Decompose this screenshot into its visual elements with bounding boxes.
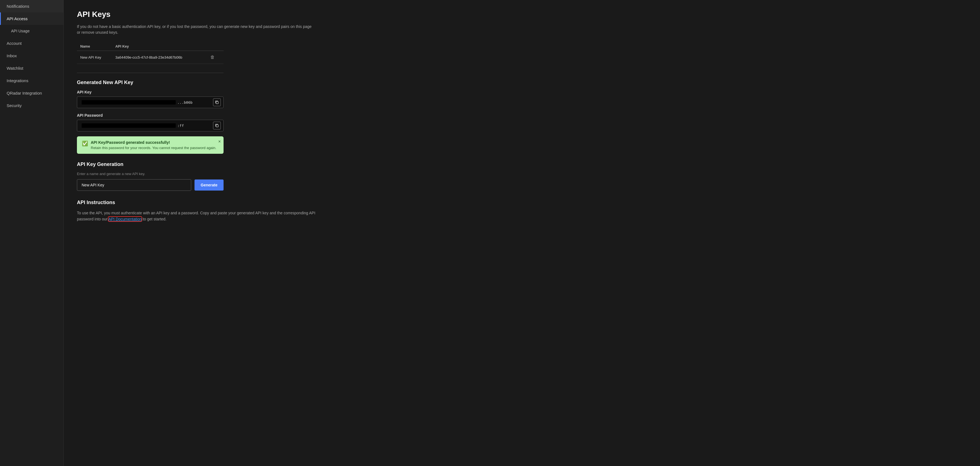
instructions-text-after: to get started. xyxy=(142,217,167,221)
api-key-field-wrapper: ...b06b xyxy=(77,97,224,108)
success-text: API Key/Password generated successfully!… xyxy=(91,140,219,150)
close-success-banner-button[interactable]: × xyxy=(218,139,221,144)
page-title: API Keys xyxy=(77,10,967,19)
api-keys-table: Name API Key New API Key 3a64409e-ccc5-4… xyxy=(77,42,224,64)
api-key-mask xyxy=(82,100,176,105)
sidebar-item-api-usage[interactable]: API Usage xyxy=(0,25,64,37)
api-password-mask xyxy=(82,123,176,128)
sidebar: Notifications API Access API Usage Accou… xyxy=(0,0,64,466)
generate-button[interactable]: Generate xyxy=(194,180,224,191)
success-banner: ✅ API Key/Password generated successfull… xyxy=(77,136,224,154)
api-password-display: :ff xyxy=(77,120,224,131)
key-generation-title: API Key Generation xyxy=(77,162,967,167)
delete-api-key-button[interactable]: 🗑 xyxy=(208,54,216,60)
generated-section: Generated New API Key API Key ...b06b AP… xyxy=(77,80,967,154)
svg-rect-1 xyxy=(216,125,218,127)
api-key-display: ...b06b xyxy=(77,97,224,108)
success-body: Retain this password for your records. Y… xyxy=(91,146,219,150)
page-description: If you do not have a basic authenticatio… xyxy=(77,24,315,35)
divider xyxy=(77,73,224,73)
instructions-section: API Instructions To use the API, you mus… xyxy=(77,200,967,223)
sidebar-item-watchlist[interactable]: Watchlist xyxy=(0,62,64,75)
api-documentation-link[interactable]: API Documentation xyxy=(108,217,142,221)
key-generation-hint: Enter a name and generate a new API key. xyxy=(77,172,967,176)
sidebar-item-notifications[interactable]: Notifications xyxy=(0,0,64,13)
api-key-field-label: API Key xyxy=(77,90,967,94)
api-password-field-wrapper: :ff xyxy=(77,120,224,131)
table-row: New API Key 3a64409e-ccc5-47cf-8ba9-23e3… xyxy=(77,51,224,64)
sidebar-item-qradar[interactable]: QRadar Integration xyxy=(0,87,64,99)
success-icon: ✅ xyxy=(82,140,88,146)
sidebar-item-inbox[interactable]: Inbox xyxy=(0,49,64,62)
api-key-name: New API Key xyxy=(77,51,112,64)
new-api-key-input[interactable] xyxy=(77,179,191,191)
api-key-suffix: ...b06b xyxy=(177,100,192,105)
generate-row: Generate xyxy=(77,179,224,191)
sidebar-item-account[interactable]: Account xyxy=(0,37,64,49)
svg-rect-0 xyxy=(216,102,218,104)
col-header-name: Name xyxy=(77,42,112,51)
api-password-field-label: API Password xyxy=(77,113,967,118)
sidebar-item-integrations[interactable]: Integrations xyxy=(0,75,64,87)
sidebar-item-api-access[interactable]: API Access xyxy=(0,13,64,25)
col-header-key: API Key xyxy=(112,42,205,51)
api-password-suffix: :ff xyxy=(177,124,184,128)
api-key-value: 3a64409e-ccc5-47cf-8ba9-23e34d67b06b xyxy=(112,51,205,64)
copy-api-key-button[interactable] xyxy=(213,99,221,106)
copy-api-password-button[interactable] xyxy=(213,122,221,129)
instructions-title: API Instructions xyxy=(77,200,967,205)
generated-section-title: Generated New API Key xyxy=(77,80,967,86)
sidebar-item-security[interactable]: Security xyxy=(0,99,64,112)
key-generation-section: API Key Generation Enter a name and gene… xyxy=(77,162,967,191)
main-content: API Keys If you do not have a basic auth… xyxy=(64,0,980,466)
success-title: API Key/Password generated successfully! xyxy=(91,140,219,145)
instructions-text: To use the API, you must authenticate wi… xyxy=(77,210,326,223)
